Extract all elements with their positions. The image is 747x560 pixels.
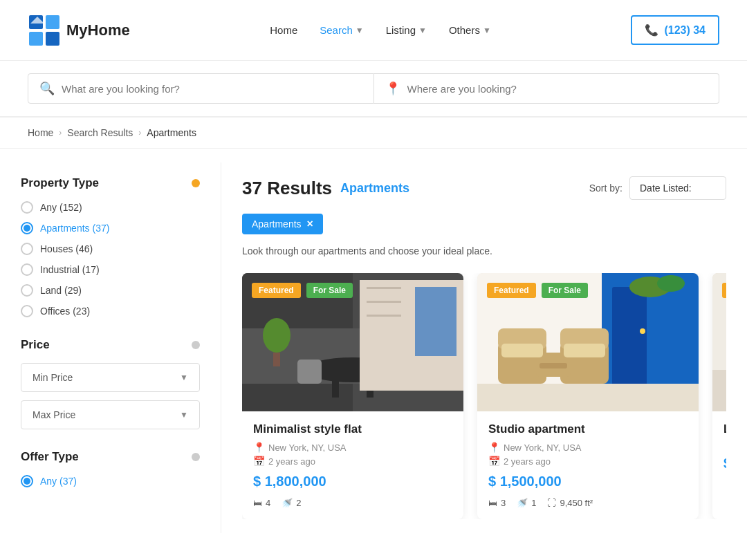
apartments-filter-tag[interactable]: Apartments ×	[242, 214, 323, 234]
nav-search[interactable]: Search ▼	[320, 24, 363, 36]
radio-land	[21, 284, 33, 297]
svg-rect-18	[367, 315, 401, 317]
svg-rect-14	[273, 353, 280, 366]
card-2-badges: Featured For Sale	[487, 283, 588, 298]
header: MyHome Home Search ▼ Listing ▼ Others ▼ …	[0, 0, 747, 61]
svg-rect-11	[297, 360, 322, 384]
svg-rect-17	[367, 301, 401, 303]
card-3-image: Fe	[712, 273, 726, 411]
card-2-title: Studio apartment	[488, 422, 688, 436]
card-2-sale-badge: For Sale	[542, 283, 588, 298]
nav-listing[interactable]: Listing ▼	[386, 24, 427, 36]
filter-tag-label: Apartments	[252, 218, 302, 230]
card-2-baths-count: 1	[531, 498, 536, 508]
filter-apartments-label: Apartments (37)	[40, 223, 109, 234]
svg-rect-38	[712, 370, 726, 411]
svg-rect-24	[640, 328, 645, 334]
offer-type-title: Offer Type	[21, 450, 79, 464]
bed-icon-2: 🛏	[488, 498, 497, 508]
filter-land[interactable]: Land (29)	[21, 284, 200, 297]
filter-tags: Apartments ×	[242, 214, 726, 234]
max-price-label: Max Price	[33, 409, 75, 420]
keyword-search-input[interactable]	[62, 83, 362, 95]
offer-any-label: Any (37)	[40, 476, 77, 487]
calendar-icon: 📅	[253, 456, 265, 467]
min-price-label: Min Price	[33, 372, 73, 383]
pin-icon-3: 📍	[723, 442, 726, 453]
phone-icon: 📞	[645, 24, 658, 37]
svg-rect-35	[477, 384, 699, 411]
chevron-down-icon: ▼	[418, 26, 427, 35]
card-1-meta: 📅 2 years ago	[253, 456, 452, 467]
card-2-image: Featured For Sale	[477, 273, 699, 411]
min-price-dropdown[interactable]: Min Price ▼	[21, 363, 200, 392]
card-2-baths: 🚿 1	[517, 498, 536, 508]
filter-apartments[interactable]: Apartments (37)	[21, 222, 200, 234]
card-2-location-text: New York, NY, USA	[504, 442, 581, 453]
breadcrumb-separator-2: ›	[138, 128, 141, 138]
breadcrumb-home[interactable]: Home	[28, 127, 53, 138]
property-type-title: Property Type	[21, 176, 99, 190]
card-1-features: 🛏 4 🚿 2	[253, 498, 452, 508]
offer-type-indicator	[192, 453, 200, 461]
filter-offices[interactable]: Offices (23)	[21, 305, 200, 317]
sort-dropdown[interactable]: Date Listed:	[629, 176, 726, 200]
svg-point-13	[263, 318, 290, 353]
property-card-1: Featured For Sale Minimalist style flat …	[242, 273, 463, 519]
offer-any[interactable]: Any (37)	[21, 475, 200, 487]
card-1-sale-badge: For Sale	[306, 283, 353, 298]
card-2-featured-badge: Featured	[487, 283, 536, 298]
search-bar: 🔍 📍	[0, 61, 747, 118]
results-header: 37 Results Apartments Sort by: Date List…	[242, 176, 726, 200]
nav-others[interactable]: Others ▼	[449, 24, 491, 36]
main-nav: Home Search ▼ Listing ▼ Others ▼	[270, 24, 491, 36]
chevron-down-icon: ▼	[356, 26, 364, 35]
price-header: Price	[21, 338, 200, 352]
price-indicator	[192, 341, 200, 349]
offer-type-section: Offer Type Any (37)	[21, 450, 200, 487]
logo[interactable]: MyHome	[28, 14, 130, 47]
logo-icon	[28, 14, 61, 47]
property-card-2: Featured For Sale Studio apartment 📍 New…	[477, 273, 699, 519]
card-1-date: 2 years ago	[268, 456, 315, 467]
radio-industrial	[21, 263, 33, 276]
sidebar: Property Type Any (152) Apartments (37) …	[0, 162, 221, 533]
card-1-location-text: New York, NY, USA	[268, 442, 346, 453]
sort-value: Date Listed:	[640, 183, 692, 194]
card-1-beds: 🛏 4	[253, 498, 270, 508]
svg-rect-1	[46, 15, 59, 29]
radio-offer-any	[21, 475, 33, 487]
phone-button[interactable]: 📞 (123) 34	[631, 15, 719, 45]
svg-rect-9	[332, 370, 339, 398]
card-2-area-size: 9,450 ft²	[560, 498, 593, 508]
filter-houses[interactable]: Houses (46)	[21, 243, 200, 255]
filter-industrial-label: Industrial (17)	[40, 264, 100, 275]
svg-rect-2	[29, 32, 43, 46]
location-search-input[interactable]	[407, 83, 708, 95]
card-1-beds-count: 4	[266, 498, 270, 508]
radio-any	[21, 201, 33, 214]
property-type-header: Property Type	[21, 176, 200, 190]
max-price-dropdown[interactable]: Max Price ▼	[21, 400, 200, 429]
search-icon: 🔍	[39, 81, 55, 96]
remove-filter-icon[interactable]: ×	[307, 218, 313, 230]
phone-number: (123) 34	[664, 24, 706, 37]
filter-industrial[interactable]: Industrial (17)	[21, 263, 200, 276]
bath-icon: 🚿	[282, 498, 293, 508]
card-2-date: 2 years ago	[504, 456, 551, 467]
card-2-beds: 🛏 3	[488, 498, 506, 508]
area-icon: ⛶	[547, 498, 556, 508]
keyword-search-container: 🔍	[28, 73, 374, 104]
breadcrumb-search-results[interactable]: Search Results	[67, 127, 133, 138]
calendar-icon-2: 📅	[488, 456, 500, 467]
sort-label: Sort by:	[589, 183, 622, 194]
sort-container: Sort by: Date Listed:	[589, 176, 726, 200]
card-2-location: 📍 New York, NY, USA	[488, 442, 688, 453]
card-3-price: $ 1	[723, 456, 726, 472]
breadcrumb-separator-1: ›	[59, 128, 62, 138]
main-content: 37 Results Apartments Sort by: Date List…	[221, 162, 747, 533]
nav-home[interactable]: Home	[270, 24, 297, 36]
filter-any[interactable]: Any (152)	[21, 201, 200, 214]
card-1-image: Featured For Sale	[242, 273, 463, 411]
card-3-featured-badge: Fe	[722, 283, 726, 298]
